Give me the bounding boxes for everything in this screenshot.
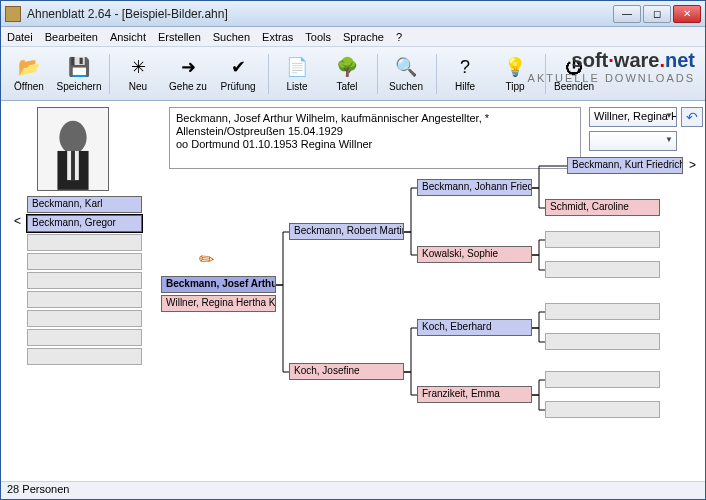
pencil-icon: ✎ <box>194 247 220 273</box>
save-label: Speichern <box>56 81 101 92</box>
help-label: Hilfe <box>455 81 475 92</box>
svg-rect-4 <box>71 151 75 180</box>
goto-icon: ➜ <box>176 55 200 79</box>
chart-button[interactable]: 🌳Tafel <box>323 50 371 98</box>
menu-help[interactable]: ? <box>396 31 402 43</box>
sibling-slot[interactable] <box>27 329 142 346</box>
new-button[interactable]: ✳Neu <box>114 50 162 98</box>
content-area: Beckmann, Josef Arthur Wilhelm, kaufmänn… <box>1 101 705 481</box>
person-info[interactable]: Beckmann, Josef Arthur Wilhelm, kaufmänn… <box>169 107 581 169</box>
search-button[interactable]: 🔍Suchen <box>382 50 430 98</box>
undo-button[interactable]: ↶ <box>681 107 703 127</box>
sibling-slot[interactable]: Beckmann, Gregor <box>27 215 142 232</box>
search-icon: 🔍 <box>394 55 418 79</box>
open-icon: 📂 <box>17 55 41 79</box>
status-text: 28 Personen <box>7 483 69 495</box>
gg-blank[interactable] <box>545 231 660 248</box>
paternal-grandmother[interactable]: Kowalski, Sophie <box>417 246 532 263</box>
new-icon: ✳ <box>126 55 150 79</box>
gg-blank[interactable] <box>545 333 660 350</box>
separator <box>436 54 437 94</box>
separator <box>377 54 378 94</box>
separator <box>268 54 269 94</box>
focus-person[interactable]: Beckmann, Josef Arthu <box>161 276 276 293</box>
focus-spouse[interactable]: Willner, Regina Hertha K <box>161 295 276 312</box>
open-label: Öffnen <box>14 81 44 92</box>
menu-bearbeiten[interactable]: Bearbeiten <box>45 31 98 43</box>
goto-label: Gehe zu <box>169 81 207 92</box>
svg-point-1 <box>59 121 86 154</box>
menu-datei[interactable]: Datei <box>7 31 33 43</box>
goto-button[interactable]: ➜Gehe zu <box>164 50 212 98</box>
gg-blank[interactable] <box>545 371 660 388</box>
menu-suchen[interactable]: Suchen <box>213 31 250 43</box>
sibling-slot[interactable] <box>27 348 142 365</box>
gg-blank[interactable] <box>545 303 660 320</box>
menubar: Datei Bearbeiten Ansicht Erstellen Suche… <box>1 27 705 47</box>
menu-sprache[interactable]: Sprache <box>343 31 384 43</box>
search-label: Suchen <box>389 81 423 92</box>
person-photo[interactable] <box>37 107 109 191</box>
menu-tools[interactable]: Tools <box>305 31 331 43</box>
sibling-slot[interactable] <box>27 310 142 327</box>
nav-left-arrow[interactable]: < <box>14 214 21 228</box>
sibling-slot[interactable] <box>27 253 142 270</box>
menu-extras[interactable]: Extras <box>262 31 293 43</box>
info-line: oo Dortmund 01.10.1953 Regina Willner <box>176 138 574 151</box>
save-button[interactable]: 💾Speichern <box>55 50 103 98</box>
father-node[interactable]: Beckmann, Robert Martin <box>289 223 404 240</box>
statusbar: 28 Personen <box>1 481 705 499</box>
menu-ansicht[interactable]: Ansicht <box>110 31 146 43</box>
tip-label: Tipp <box>505 81 524 92</box>
check-icon: ✔ <box>226 55 250 79</box>
sibling-slot[interactable] <box>27 272 142 289</box>
maternal-grandmother[interactable]: Franzikeit, Emma <box>417 386 532 403</box>
window-title: Ahnenblatt 2.64 - [Beispiel-Bilder.ahn] <box>27 7 613 21</box>
open-button[interactable]: 📂Öffnen <box>5 50 53 98</box>
minimize-button[interactable]: — <box>613 5 641 23</box>
list-button[interactable]: 📄Liste <box>273 50 321 98</box>
nav-right-arrow[interactable]: > <box>689 158 696 172</box>
close-button[interactable]: ✕ <box>673 5 701 23</box>
list-label: Liste <box>286 81 307 92</box>
menu-erstellen[interactable]: Erstellen <box>158 31 201 43</box>
gg-blank[interactable] <box>545 261 660 278</box>
maximize-button[interactable]: ◻ <box>643 5 671 23</box>
tip-icon: 💡 <box>503 55 527 79</box>
separator <box>109 54 110 94</box>
maternal-grandfather[interactable]: Koch, Eberhard <box>417 319 532 336</box>
gg-schmidt[interactable]: Schmidt, Caroline <box>545 199 660 216</box>
list-icon: 📄 <box>285 55 309 79</box>
toolbar: 📂Öffnen 💾Speichern ✳Neu ➜Gehe zu ✔Prüfun… <box>1 47 705 101</box>
paternal-grandfather[interactable]: Beckmann, Johann Fried <box>417 179 532 196</box>
nav-combo-1[interactable]: Willner, Regina Herth <box>589 107 677 127</box>
save-icon: 💾 <box>67 55 91 79</box>
sibling-slot[interactable] <box>27 291 142 308</box>
nav-combo-2[interactable] <box>589 131 677 151</box>
chart-icon: 🌳 <box>335 55 359 79</box>
brand: soft·ware.net AKTUELLE DOWNLOADS <box>528 49 695 84</box>
help-icon: ? <box>453 55 477 79</box>
gg-blank[interactable] <box>545 401 660 418</box>
app-icon <box>5 6 21 22</box>
new-label: Neu <box>129 81 147 92</box>
chart-label: Tafel <box>336 81 357 92</box>
info-line: Allenstein/Ostpreußen 15.04.1929 <box>176 125 574 138</box>
sibling-slot[interactable]: Beckmann, Karl <box>27 196 142 213</box>
titlebar: Ahnenblatt 2.64 - [Beispiel-Bilder.ahn] … <box>1 1 705 27</box>
info-line: Beckmann, Josef Arthur Wilhelm, kaufmänn… <box>176 112 574 125</box>
sibling-slot[interactable] <box>27 234 142 251</box>
check-label: Prüfung <box>220 81 255 92</box>
check-button[interactable]: ✔Prüfung <box>214 50 262 98</box>
help-button[interactable]: ?Hilfe <box>441 50 489 98</box>
nav-link-person[interactable]: Beckmann, Kurt Friedrich <box>567 157 683 174</box>
mother-node[interactable]: Koch, Josefine <box>289 363 404 380</box>
